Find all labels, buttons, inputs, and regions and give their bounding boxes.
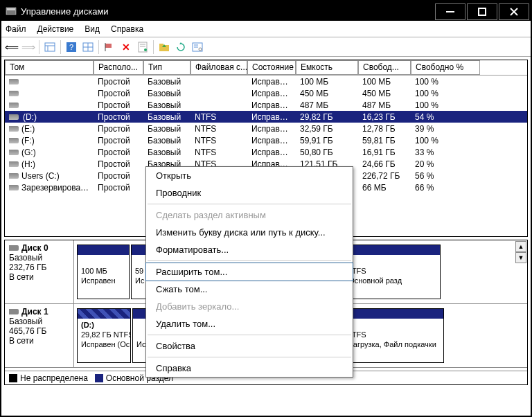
disk-label[interactable]: Диск 1Базовый465,76 ГБВ сети	[5, 304, 74, 367]
disk-scroll: ▲ ▼	[515, 241, 526, 263]
col-free[interactable]: Свобод...	[358, 60, 411, 75]
context-menu-item[interactable]: Удалить том...	[146, 315, 353, 332]
svg-rect-14	[105, 44, 112, 48]
toolbar-flag-icon[interactable]	[102, 39, 117, 55]
volume-icon	[9, 126, 19, 132]
partition[interactable]: 100 МБИсправен	[77, 245, 130, 299]
menu-action[interactable]: Действие	[37, 24, 74, 34]
toolbar: ⟸ ⟹ ? ✕	[1, 37, 531, 57]
context-menu: ОткрытьПроводникСделать раздел активнымИ…	[145, 166, 353, 378]
volume-row[interactable]: (E:)ПростойБазовыйNTFSИсправен...32,59 Г…	[5, 123, 527, 134]
svg-rect-21	[159, 44, 163, 46]
context-menu-item[interactable]: Свойства	[146, 337, 353, 355]
volume-icon	[9, 138, 19, 143]
menu-view[interactable]: Вид	[85, 24, 100, 34]
col-layout[interactable]: Располо...	[94, 60, 143, 75]
minimize-button[interactable]	[435, 3, 466, 20]
scroll-down-button[interactable]: ▼	[515, 252, 526, 263]
svg-rect-1	[7, 8, 15, 10]
toolbar-grid-icon[interactable]	[80, 39, 96, 55]
menu-file[interactable]: Файл	[6, 24, 26, 34]
volume-row[interactable]: ПростойБазовыйИсправен...487 МБ487 МБ100…	[5, 99, 527, 111]
window-title: Управление дисками	[21, 6, 435, 17]
volume-row[interactable]: (F:)ПростойБазовыйNTFSИсправен...59,91 Г…	[5, 134, 527, 146]
context-menu-item[interactable]: Проводник	[146, 184, 353, 202]
svg-rect-2	[446, 11, 454, 12]
col-capacity[interactable]: Емкость	[296, 60, 358, 75]
properties-button[interactable]	[135, 39, 150, 55]
volume-icon	[9, 173, 19, 179]
context-menu-item: Сделать раздел активным	[146, 206, 353, 224]
volume-icon	[9, 161, 19, 167]
maximize-button[interactable]	[467, 3, 497, 20]
svg-rect-3	[479, 8, 486, 15]
disk-label[interactable]: Диск 0Базовый232,76 ГБВ сети	[5, 240, 74, 303]
context-menu-item[interactable]: Справка	[146, 360, 353, 377]
volume-row[interactable]: (G:)ПростойБазовыйNTFSИсправен...50,80 Г…	[5, 146, 527, 158]
refresh-button[interactable]	[173, 39, 188, 55]
back-button[interactable]: ⟸	[4, 39, 19, 55]
context-menu-item: Добавить зеркало...	[146, 298, 353, 315]
volume-icon	[9, 79, 19, 85]
volume-icon	[9, 185, 19, 190]
forward-button[interactable]: ⟹	[21, 39, 36, 55]
volume-icon	[9, 150, 19, 155]
context-menu-item[interactable]: Открыть	[146, 167, 353, 184]
svg-rect-6	[45, 43, 55, 51]
menubar: Файл Действие Вид Справка	[1, 21, 531, 37]
toolbar-list-search-icon[interactable]	[190, 39, 205, 55]
statusbar	[1, 403, 531, 416]
volume-row[interactable]: (D:)ПростойБазовыйNTFSИсправен...29,82 Г…	[5, 111, 527, 123]
partition[interactable]: (D:)29,82 ГБ NTFSИсправен (Основной разд…	[77, 308, 131, 363]
context-menu-item[interactable]: Изменить букву диска или путь к диску...	[146, 224, 353, 241]
close-button[interactable]	[499, 3, 529, 20]
help-button[interactable]: ?	[64, 39, 79, 55]
col-filesystem[interactable]: Файловая с...	[190, 60, 247, 75]
svg-text:?: ?	[69, 43, 73, 51]
toolbar-panel-icon[interactable]	[42, 39, 57, 55]
context-menu-item[interactable]: Расширить том...	[145, 263, 353, 281]
svg-point-19	[144, 48, 147, 51]
volume-icon	[9, 114, 19, 120]
volume-row[interactable]: ПростойБазовыйИсправен...450 МБ450 МБ100…	[5, 87, 527, 99]
volume-icon	[9, 91, 19, 96]
column-headers: Том Располо... Тип Файловая с... Состоян…	[5, 60, 527, 76]
delete-button[interactable]: ✕	[118, 39, 134, 55]
context-menu-item[interactable]: Сжать том...	[146, 281, 353, 298]
col-type[interactable]: Тип	[143, 60, 190, 75]
menu-help[interactable]: Справка	[111, 24, 143, 34]
legend-unallocated: Не распределена	[9, 373, 88, 383]
col-status[interactable]: Состояние	[247, 60, 296, 75]
context-menu-item[interactable]: Форматировать...	[146, 241, 353, 258]
scroll-up-button[interactable]: ▲	[515, 241, 526, 252]
disk-mgmt-icon	[6, 6, 17, 16]
svg-point-25	[199, 48, 202, 51]
col-freepct[interactable]: Свободно %	[411, 60, 480, 75]
titlebar: Управление дисками	[1, 1, 531, 21]
volume-row[interactable]: ПростойБазовыйИсправен...100 МБ100 МБ100…	[5, 76, 527, 87]
col-volume[interactable]: Том	[5, 60, 94, 75]
toolbar-folder-up-icon[interactable]	[157, 39, 172, 55]
volume-icon	[9, 103, 19, 108]
